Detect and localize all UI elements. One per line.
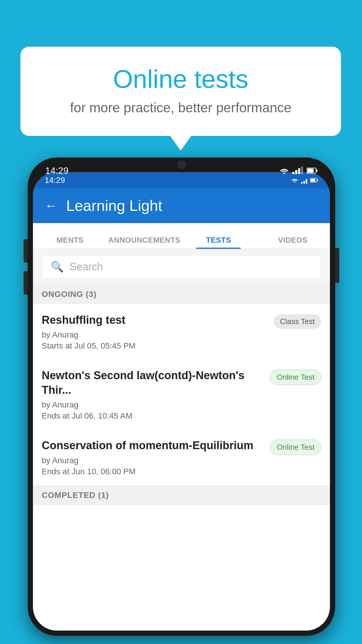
test-item-newton[interactable]: Newton's Second law(contd)-Newton's Thir… [33, 360, 330, 430]
tab-tests[interactable]: TESTS [182, 236, 256, 249]
test-name-1: Reshuffling test [42, 313, 268, 327]
volume-down-button [24, 271, 28, 295]
phone-device: 14:29 14:2 [28, 158, 335, 636]
search-container: 🔍 Search [33, 249, 330, 284]
phone-notch [158, 158, 205, 172]
app-title: Learning Light [66, 197, 162, 214]
svg-point-0 [284, 173, 285, 174]
section-ongoing-header: ONGOING (3) [33, 284, 330, 304]
tab-ments[interactable]: MENTS [33, 236, 107, 249]
test-badge-3: Online Test [270, 440, 321, 455]
test-name-3: Conservation of momentum-Equilibrium [42, 438, 264, 453]
test-time-1: Starts at Jul 05, 05:45 PM [42, 341, 268, 351]
test-badge-1: Class Test [274, 314, 321, 329]
test-time-3: Ends at Jun 10, 06:00 PM [42, 467, 264, 476]
phone-screen: 14:29 ← [33, 172, 330, 631]
test-name-2: Newton's Second law(contd)-Newton's Thir… [42, 368, 264, 397]
bubble-subtitle: for more practice, better performance [44, 100, 318, 116]
bubble-title: Online tests [44, 64, 318, 94]
test-badge-2: Online Test [270, 370, 321, 385]
speech-bubble: Online tests for more practice, better p… [20, 47, 341, 136]
status-icons [280, 167, 318, 174]
test-list: Reshuffling test by Anurag Starts at Jul… [33, 304, 330, 485]
test-time-2: Ends at Jul 06, 10:45 AM [42, 411, 264, 421]
svg-rect-2 [316, 169, 317, 172]
svg-rect-3 [307, 169, 314, 173]
camera [178, 161, 186, 169]
test-content-2: Newton's Second law(contd)-Newton's Thir… [42, 368, 270, 421]
test-item-conservation[interactable]: Conservation of momentum-Equilibrium by … [33, 430, 330, 485]
status-time: 14:29 [45, 165, 68, 176]
test-content-3: Conservation of momentum-Equilibrium by … [42, 438, 270, 476]
search-placeholder: Search [70, 261, 103, 273]
back-button[interactable]: ← [45, 198, 57, 213]
test-item-reshuffling[interactable]: Reshuffling test by Anurag Starts at Jul… [33, 304, 330, 360]
tabs-bar: MENTS ANNOUNCEMENTS TESTS VIDEOS [33, 223, 330, 249]
tab-videos[interactable]: VIDEOS [256, 236, 330, 249]
power-button [335, 248, 339, 283]
svg-point-4 [294, 181, 295, 183]
search-icon: 🔍 [51, 261, 64, 273]
battery-icon [307, 167, 318, 174]
volume-up-button [24, 239, 28, 262]
signal-icon [292, 167, 303, 174]
test-author-1: by Anurag [42, 330, 268, 340]
app-header: ← Learning Light [33, 188, 330, 223]
search-bar[interactable]: 🔍 Search [42, 255, 321, 279]
test-content-1: Reshuffling test by Anurag Starts at Jul… [42, 313, 274, 351]
wifi-icon [280, 167, 289, 174]
section-completed-header: COMPLETED (1) [33, 485, 330, 505]
test-author-2: by Anurag [42, 400, 264, 410]
tab-announcements[interactable]: ANNOUNCEMENTS [107, 236, 182, 249]
test-author-3: by Anurag [42, 456, 264, 465]
